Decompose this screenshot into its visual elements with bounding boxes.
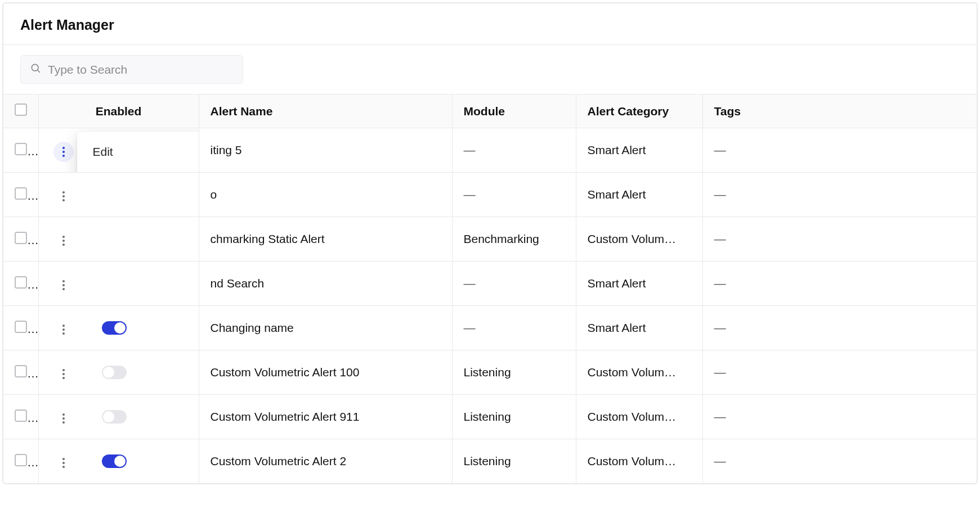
kebab-icon [62,191,65,201]
row-enabled-cell [38,262,199,306]
enabled-toggle[interactable] [102,454,127,468]
row-select-checkbox[interactable] [15,276,27,289]
row-select-checkbox[interactable] [15,232,27,244]
row-enabled-cell [38,173,199,217]
page-header: Alert Manager [3,3,977,45]
row-enabled-cell [38,395,199,439]
table-row: Changing name—Smart Alert— [3,306,977,350]
row-menu-anchor [53,316,74,340]
menu-item-edit[interactable]: Edit [77,137,199,166]
column-alert-name[interactable]: Alert Name [199,94,452,128]
menu-item-delete[interactable]: Delete [77,166,199,173]
row-more-button[interactable] [53,453,74,473]
search-icon [30,62,41,76]
toolbar [3,45,977,94]
kebab-icon [62,236,65,246]
row-select-checkbox[interactable] [15,321,27,333]
module-cell: Benchmarking [452,217,576,262]
row-more-button[interactable] [53,364,74,384]
category-cell: Smart Alert [576,262,702,306]
row-more-button[interactable] [53,320,74,340]
column-alert-category[interactable]: Alert Category [576,94,702,128]
table-row: Custom Volumetric Alert 911ListeningCust… [3,395,977,439]
toggle-knob [103,367,114,378]
page-title: Alert Manager [20,17,960,33]
table-row: o—Smart Alert— [3,173,977,217]
alert-name-cell: Custom Volumetric Alert 2 [199,439,452,484]
row-select-cell [3,306,38,350]
row-select-cell [3,395,38,439]
toggle-knob [103,411,114,422]
module-cell: Listening [452,395,576,439]
column-tags[interactable]: Tags [702,94,977,128]
table-row: Custom Volumetric Alert 100ListeningCust… [3,350,977,395]
enabled-toggle[interactable] [102,321,127,335]
row-actions-wrap [50,361,187,384]
row-enabled-cell [38,306,199,350]
row-select-checkbox[interactable] [15,365,27,377]
row-select-cell [3,262,38,306]
module-cell: — [452,173,576,217]
row-actions-wrap [50,227,187,251]
row-menu-anchor [53,183,74,206]
row-enabled-cell [38,217,199,262]
tags-cell: — [702,128,977,173]
search-box[interactable] [20,55,243,84]
row-select-checkbox[interactable] [15,410,27,422]
row-select-checkbox[interactable] [15,143,27,155]
alerts-table: Enabled Alert Name Module Alert Category… [3,94,977,483]
module-cell: — [452,306,576,350]
row-actions-wrap [50,272,187,295]
row-actions-wrap: EditDeleteCloneAudit [50,138,187,162]
row-menu-anchor [53,361,74,384]
row-more-button[interactable] [53,186,74,206]
tags-cell: — [702,217,977,262]
category-cell: Custom Volum… [576,439,702,484]
row-more-button[interactable] [53,142,74,162]
module-cell: Listening [452,439,576,484]
row-actions-wrap [50,449,187,473]
category-cell: Custom Volum… [576,350,702,395]
alert-name-cell: iting 5 [199,128,452,173]
row-select-checkbox[interactable] [15,454,27,466]
category-cell: Custom Volum… [576,395,702,439]
table-row: nd Search—Smart Alert— [3,262,977,306]
row-context-menu: EditDeleteCloneAudit [77,132,199,173]
tags-cell: — [702,262,977,306]
tags-cell: — [702,439,977,484]
row-actions-wrap [50,183,187,206]
column-enabled[interactable]: Enabled [38,94,199,128]
row-more-button[interactable] [53,231,74,251]
row-select-cell [3,439,38,484]
svg-line-1 [38,70,40,73]
page-frame: Alert Manager [2,2,978,484]
select-all-checkbox[interactable] [15,104,27,116]
module-cell: — [452,128,576,173]
category-cell: Custom Volum… [576,217,702,262]
row-enabled-cell: EditDeleteCloneAudit [38,128,199,173]
table-row: chmarking Static AlertBenchmarkingCustom… [3,217,977,262]
row-menu-anchor: EditDeleteCloneAudit [53,138,74,162]
alert-name-cell: nd Search [199,262,452,306]
enabled-toggle[interactable] [102,366,127,379]
kebab-icon [62,147,65,157]
kebab-icon [62,369,65,379]
table-row: Custom Volumetric Alert 2ListeningCustom… [3,439,977,484]
row-more-button[interactable] [53,275,74,295]
search-input[interactable] [48,63,234,76]
kebab-icon [62,458,65,468]
alert-name-cell: Custom Volumetric Alert 100 [199,350,452,395]
row-more-button[interactable] [53,408,74,429]
column-module[interactable]: Module [452,94,576,128]
row-menu-anchor [53,405,74,429]
row-select-checkbox[interactable] [15,187,27,200]
enabled-toggle[interactable] [102,410,127,424]
row-select-cell [3,128,38,173]
alert-name-cell: Changing name [199,306,452,350]
toggle-knob [114,456,126,467]
row-select-cell [3,217,38,262]
kebab-icon [62,413,65,424]
toggle-knob [114,322,126,334]
kebab-icon [62,325,65,335]
module-cell: — [452,262,576,306]
